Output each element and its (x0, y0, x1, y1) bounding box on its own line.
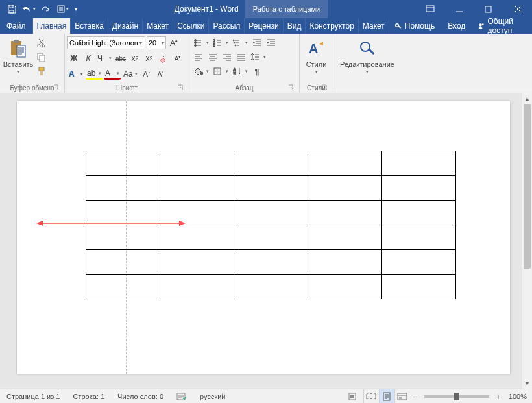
zoom-in-button[interactable]: + (493, 391, 503, 402)
qat-extra-icon[interactable]: ▾ (54, 1, 70, 17)
quick-access-toolbar: ▾ ▾ ▾ (0, 1, 80, 17)
tab-table-layout[interactable]: Макет (359, 18, 389, 34)
multilevel-list-button[interactable] (231, 36, 249, 49)
status-macro-icon[interactable] (341, 389, 363, 404)
subscript-button[interactable]: x2 (128, 52, 141, 65)
borders-button[interactable] (212, 65, 230, 78)
tab-references[interactable]: Ссылки (173, 18, 209, 34)
align-right-button[interactable] (221, 51, 234, 64)
table-tools-context-tab[interactable]: Работа с таблицами (245, 0, 328, 18)
share-button[interactable]: Общий доступ (472, 17, 532, 35)
bullets-button[interactable] (192, 36, 210, 49)
save-icon[interactable] (4, 1, 19, 17)
qat-customize-icon[interactable]: ▾ (71, 1, 80, 17)
shading-button[interactable] (192, 65, 210, 78)
grow-font2-icon[interactable]: A˄ (140, 67, 153, 80)
superscript-button[interactable]: x2 (143, 52, 156, 65)
grow-font-icon[interactable]: A▴ (167, 36, 180, 49)
ribbon-display-icon[interactable] (415, 0, 444, 18)
styles-button[interactable]: A Стили ▾ (302, 35, 330, 78)
status-language[interactable]: русский (193, 389, 232, 404)
increase-indent-button[interactable] (265, 36, 278, 49)
vertical-scrollbar[interactable]: ▲ ▼ (522, 93, 532, 389)
scroll-down-icon[interactable]: ▼ (522, 378, 532, 389)
signin-button[interactable]: Вход (441, 21, 472, 31)
font-size-combo[interactable]: 20▾ (147, 36, 166, 49)
align-center-button[interactable] (206, 51, 219, 64)
svg-point-29 (200, 72, 203, 75)
align-left-button[interactable] (192, 51, 205, 64)
tab-insert[interactable]: Вставка (71, 18, 108, 34)
view-read-mode-icon[interactable] (363, 389, 379, 404)
table-row[interactable] (86, 176, 456, 201)
tab-home[interactable]: Главная (33, 18, 71, 34)
tell-me-icon[interactable] (392, 18, 404, 34)
text-effects-button[interactable]: A (67, 67, 84, 80)
font-color-button[interactable]: A (104, 69, 121, 80)
numbering-button[interactable]: 123 (212, 36, 230, 49)
format-painter-icon[interactable] (35, 65, 48, 78)
status-spellcheck-icon[interactable] (170, 389, 193, 404)
page[interactable] (17, 101, 510, 374)
tab-mailings[interactable]: Рассыл (209, 18, 245, 34)
maximize-icon[interactable] (474, 0, 503, 18)
strikethrough-button[interactable]: abc (114, 52, 127, 65)
view-web-layout-icon[interactable] (394, 389, 410, 404)
share-icon (478, 21, 485, 31)
tell-me-text[interactable]: Помощь (404, 21, 441, 31)
zoom-percent[interactable]: 100% (503, 393, 532, 400)
paragraph-dialog-launcher[interactable] (287, 84, 295, 92)
show-marks-button[interactable]: ¶ (250, 65, 263, 78)
copy-icon[interactable] (35, 51, 48, 64)
status-page[interactable]: Страница 1 из 1 (0, 389, 66, 404)
redo-icon[interactable] (38, 1, 53, 17)
font-name-combo[interactable]: Calibri Light (Заголов▾ (67, 36, 145, 49)
tab-design[interactable]: Дизайн (108, 18, 143, 34)
undo-icon[interactable]: ▾ (21, 1, 36, 17)
svg-rect-12 (14, 40, 19, 43)
table-row[interactable] (86, 250, 456, 275)
status-line[interactable]: Строка: 1 (66, 389, 111, 404)
shrink-font2-icon[interactable]: A˅ (154, 67, 167, 80)
ribbon: Вставить ▾ Буфер обмена Calibri Light (З… (0, 34, 532, 93)
highlight-color-button[interactable]: ab (86, 69, 103, 80)
clear-formatting-icon[interactable] (157, 52, 170, 65)
svg-point-28 (235, 45, 236, 46)
table-row[interactable] (86, 225, 456, 250)
zoom-slider-thumb[interactable] (454, 393, 459, 400)
clipboard-dialog-launcher[interactable] (53, 84, 60, 92)
editing-button[interactable]: Редактирование ▾ (336, 35, 398, 78)
view-print-layout-icon[interactable] (379, 389, 394, 404)
underline-button[interactable]: Ч (96, 52, 113, 65)
group-clipboard-label: Буфер обмена (10, 84, 54, 92)
tab-file[interactable]: Файл (0, 18, 33, 34)
cut-icon[interactable] (35, 36, 48, 49)
zoom-out-button[interactable]: − (410, 391, 420, 402)
table-row[interactable] (86, 151, 456, 176)
scroll-thumb[interactable] (524, 104, 531, 269)
minimize-icon[interactable] (444, 0, 474, 18)
font-dialog-launcher[interactable] (177, 84, 185, 92)
svg-text:3: 3 (213, 43, 215, 47)
shrink-font-icon[interactable]: A▾ (171, 52, 184, 65)
zoom-slider[interactable] (424, 395, 489, 398)
line-spacing-button[interactable] (249, 51, 267, 64)
justify-button[interactable] (235, 51, 248, 64)
scroll-up-icon[interactable]: ▲ (522, 93, 532, 104)
tab-layout[interactable]: Макет (143, 18, 173, 34)
paste-button[interactable]: Вставить ▾ (3, 35, 34, 78)
italic-button[interactable]: К (82, 52, 95, 65)
bold-button[interactable]: Ж (67, 52, 80, 65)
tab-review[interactable]: Рецензи (245, 18, 283, 34)
close-icon[interactable] (503, 0, 532, 18)
styles-dialog-launcher[interactable] (321, 84, 329, 92)
status-word-count[interactable]: Число слов: 0 (111, 389, 170, 404)
group-clipboard: Вставить ▾ Буфер обмена (0, 34, 65, 93)
table-row[interactable] (86, 275, 456, 299)
sort-button[interactable]: AЯ (231, 65, 249, 78)
change-case-button[interactable]: Aa (122, 67, 139, 80)
decrease-indent-button[interactable] (250, 36, 263, 49)
title-center: Документ1 - Word Работа с таблицами (80, 0, 415, 18)
tab-table-design[interactable]: Конструктор (306, 18, 358, 34)
tab-view[interactable]: Вид (284, 18, 306, 34)
